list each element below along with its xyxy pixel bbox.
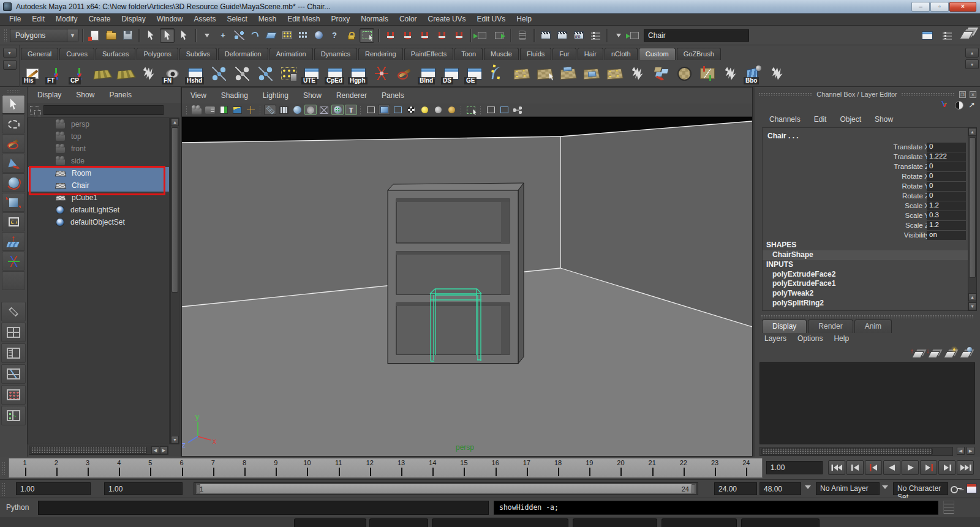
share-nodes-icon[interactable] [511,105,524,115]
menu-item-10[interactable]: Proxy [326,13,356,25]
camera-attributes-icon[interactable] [204,105,216,115]
select-tool[interactable] [2,95,25,114]
channel-attribute-name[interactable]: Scale X [905,202,929,209]
character-set-dropdown-icon[interactable] [882,485,888,492]
outliner-item-row[interactable]: persp [28,118,169,130]
menu-item-11[interactable]: Normals [355,13,394,25]
channel-attribute-name[interactable]: Rotate Y [902,182,929,190]
claw-shelf-button-2[interactable] [627,62,648,84]
playback-end-field[interactable] [714,482,757,495]
shelf-menu-button[interactable]: ▾ [3,48,17,58]
lattice-trash-shelf-button[interactable] [278,62,299,84]
layout-four-view-button[interactable] [1,323,26,342]
channel-attribute-name[interactable]: Translate X [894,143,929,151]
shelf-tab-3[interactable]: Polygons [137,48,178,60]
channel-attribute-name[interactable]: Translate Z [894,163,929,170]
menu-item-4[interactable]: Display [116,13,151,25]
input-connections-icon[interactable] [475,28,489,43]
create-layer-from-selected-icon[interactable] [959,349,971,359]
menu-set-dropdown[interactable]: Polygons ▼ [10,29,78,42]
animation-end-field[interactable] [760,482,801,495]
snap-to-point-icon[interactable] [417,28,432,43]
frame-cell[interactable]: 13 [385,458,417,477]
joints-shelf-button-2[interactable] [232,62,252,84]
channel-attribute-value[interactable]: 0 [927,182,966,191]
shelf-tab-13[interactable]: Fur [552,48,576,60]
range-slider-grip[interactable] [2,482,6,496]
shelf-tab-17[interactable]: GoZBrush [677,48,721,60]
no-lights-icon[interactable] [432,105,444,115]
close-button[interactable]: × [949,2,976,12]
outliner-item-row[interactable]: front [28,143,169,155]
scroll-thumb[interactable] [761,448,933,455]
mask-dynamics-icon[interactable] [295,28,310,43]
toggle-attribute-editor-icon[interactable] [920,28,935,43]
mask-curves-icon[interactable] [247,28,262,43]
channel-attribute-value[interactable]: 0 [927,162,966,171]
scroll-down-icon[interactable]: ▼ [171,436,179,444]
scroll-left-icon[interactable]: ◀ [957,447,965,455]
claw-shelf-button-4[interactable] [767,62,788,84]
channel-attribute-value[interactable]: 0 [927,172,966,181]
field-menu-arrow-icon[interactable] [611,28,626,43]
channel-attribute-name[interactable]: Translate Y [894,153,929,160]
channel-box-menu-0[interactable]: Channels [769,115,801,124]
save-scene-icon[interactable] [120,28,135,43]
mask-deformations-icon[interactable] [279,28,294,43]
selection-mask-menu-icon[interactable] [200,28,214,43]
hshd-shelf-button[interactable]: Hshd [185,62,206,84]
step-back-frame-button[interactable] [846,460,864,475]
shelf-tabs-toggle-button[interactable]: ▸ [3,60,17,70]
shelf-tab-9[interactable]: PaintEffects [404,48,454,60]
wireframe-on-shaded-icon[interactable] [391,105,404,115]
ipr-render-icon[interactable]: IPR [571,28,586,43]
outliner-item-row[interactable]: top [28,130,169,143]
frame-cell[interactable]: 9 [260,458,292,477]
mask-handles-icon[interactable]: + [216,28,230,43]
menu-item-5[interactable]: Window [151,13,189,25]
toggle-tool-settings-icon[interactable] [940,28,954,43]
shelf-tab-1[interactable]: Curves [59,48,94,60]
frame-cell[interactable]: 12 [354,458,385,477]
select-hierarchy-icon[interactable] [143,28,158,43]
new-scene-icon[interactable] [87,28,102,43]
toggle-channel-box-icon[interactable] [959,28,974,43]
move-layer-up-icon[interactable] [911,349,924,359]
road-shelf-button-1[interactable] [92,62,113,84]
frame-cell[interactable]: 22 [668,458,699,477]
menu-item-7[interactable]: Select [221,13,252,25]
channel-attribute-value[interactable]: 0 [927,143,966,152]
menu-item-2[interactable]: Modify [50,13,83,25]
outliner-item-row[interactable]: Chair [28,179,169,192]
command-input[interactable] [38,501,489,515]
scroll-up-icon[interactable]: ▲ [968,293,976,301]
points-display-icon[interactable] [277,105,290,115]
rotate-tool[interactable] [2,173,25,192]
slider-speed-icon[interactable] [955,101,963,110]
menu-item-12[interactable]: Color [394,13,423,25]
auto-keyframe-icon[interactable] [951,485,962,492]
slider-mode-arrow-icon[interactable]: ↗ [968,101,975,109]
frame-cell[interactable]: 11 [323,458,354,477]
mask-misc-icon[interactable]: ? [327,28,342,43]
outliner-horizontal-scrollbar[interactable]: ◀ ▶ [29,446,168,455]
go-to-end-button[interactable] [957,460,974,475]
scale-tool[interactable] [2,193,25,212]
outliner-item-row[interactable]: Room [28,167,169,179]
mask-surfaces-icon[interactable] [263,28,278,43]
shelf-tab-14[interactable]: Hair [578,48,603,60]
wireframe-icon[interactable] [264,105,276,115]
outliner-menu-1[interactable]: Show [70,91,100,99]
channel-attribute-value[interactable]: on [927,231,966,240]
menu-item-0[interactable]: File [4,13,26,25]
character-set-select[interactable]: No Character Set [893,482,948,495]
viewport-menu-0[interactable]: View [184,91,213,100]
animation-start-field[interactable] [16,482,91,495]
shelf-tab-5[interactable]: Deformation [218,48,268,60]
frame-cell[interactable]: 8 [228,458,260,477]
script-editor-icon[interactable] [943,501,954,514]
fn-shelf-button[interactable]: FN [162,62,183,84]
ute-shelf-button[interactable]: UTE [301,62,322,84]
input-node-item[interactable]: polyTweak2 [763,289,972,299]
status-grip[interactable] [4,29,8,42]
